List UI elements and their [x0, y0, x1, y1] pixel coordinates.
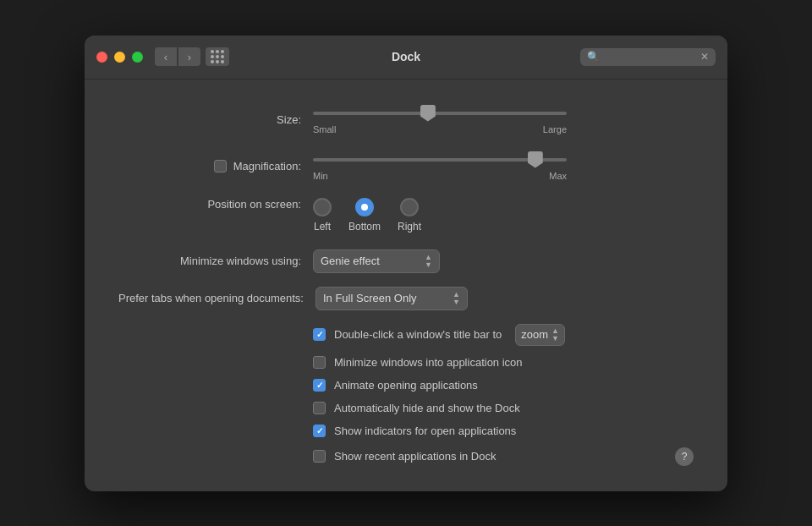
size-slider[interactable]: [313, 112, 567, 115]
show-indicators-checkbox[interactable]: [313, 425, 326, 437]
size-row: Size: Small Large: [118, 105, 694, 134]
grid-button[interactable]: [206, 47, 229, 66]
search-icon: 🔍: [587, 51, 600, 63]
double-click-checkbox[interactable]: [313, 328, 326, 341]
minimize-icon-text: Minimize windows into application icon: [334, 356, 523, 369]
minimize-icon-checkbox[interactable]: [313, 356, 326, 369]
zoom-dropdown-arrows: ▲▼: [551, 327, 559, 342]
close-button[interactable]: [96, 52, 107, 63]
show-indicators-row: Show indicators for open applications: [313, 425, 694, 437]
position-left-radio[interactable]: [313, 198, 332, 216]
position-left[interactable]: Left: [313, 198, 332, 233]
animate-text: Animate opening applications: [334, 379, 478, 392]
prefer-tabs-dropdown-arrows: ▲▼: [453, 291, 460, 306]
magnification-label: Magnification:: [233, 160, 301, 173]
show-recent-text: Show recent applications in Dock: [334, 450, 497, 463]
position-bottom-radio[interactable]: [355, 198, 374, 216]
maximize-button[interactable]: [132, 52, 143, 63]
size-min-label: Small: [313, 124, 337, 134]
animate-checkbox[interactable]: [313, 379, 326, 392]
prefer-tabs-label: Prefer tabs when opening documents:: [118, 292, 315, 304]
position-row: Position on screen: Left Bottom Right: [118, 198, 694, 233]
size-max-label: Large: [543, 124, 567, 134]
minimize-dropdown-value: Genie effect: [321, 255, 380, 267]
minimize-dropdown-arrows: ▲▼: [425, 254, 432, 269]
preferences-window: ‹ › Dock 🔍 ✕ Size: Sma: [85, 36, 727, 491]
show-recent-row: Show recent applications in Dock ?: [313, 447, 694, 466]
position-bottom-label: Bottom: [348, 221, 381, 233]
auto-hide-checkbox[interactable]: [313, 402, 326, 414]
forward-button[interactable]: ›: [178, 47, 200, 66]
auto-hide-text: Automatically hide and show the Dock: [334, 402, 520, 414]
show-recent-checkbox[interactable]: [313, 450, 326, 463]
minimize-icon-row: Minimize windows into application icon: [313, 356, 694, 369]
double-click-text: Double-click a window's title bar to: [334, 328, 502, 341]
double-click-row: Double-click a window's title bar to zoo…: [313, 324, 694, 346]
magnification-checkbox[interactable]: [214, 160, 227, 173]
position-label: Position on screen:: [118, 198, 313, 211]
size-label: Size:: [118, 113, 313, 126]
zoom-dropdown-value: zoom: [521, 328, 548, 341]
clear-search-icon[interactable]: ✕: [700, 51, 709, 63]
checkboxes-section: Double-click a window's title bar to zoo…: [313, 324, 694, 466]
size-slider-container: Small Large: [313, 105, 567, 134]
position-right-label: Right: [398, 221, 421, 233]
preferences-content: Size: Small Large Magnification:: [85, 79, 727, 491]
auto-hide-row: Automatically hide and show the Dock: [313, 402, 694, 414]
animate-row: Animate opening applications: [313, 379, 694, 392]
back-button[interactable]: ‹: [155, 47, 177, 66]
minimize-row: Minimize windows using: Genie effect ▲▼: [118, 249, 694, 273]
prefer-tabs-row: Prefer tabs when opening documents: In F…: [118, 287, 694, 310]
search-input[interactable]: [604, 51, 696, 63]
zoom-dropdown[interactable]: zoom ▲▼: [515, 324, 565, 346]
magnification-label-container: Magnification:: [118, 160, 313, 173]
show-indicators-text: Show indicators for open applications: [334, 425, 516, 437]
nav-buttons: ‹ ›: [155, 47, 200, 66]
window-title: Dock: [392, 50, 420, 63]
minimize-dropdown[interactable]: Genie effect ▲▼: [313, 249, 440, 273]
position-left-label: Left: [314, 221, 331, 233]
position-right[interactable]: Right: [398, 198, 421, 233]
position-radio-group: Left Bottom Right: [313, 198, 421, 233]
magnification-row: Magnification: Min Max: [118, 151, 694, 181]
search-box[interactable]: 🔍 ✕: [580, 48, 716, 66]
position-bottom[interactable]: Bottom: [348, 198, 381, 233]
titlebar: ‹ › Dock 🔍 ✕: [85, 36, 727, 79]
prefer-tabs-dropdown-value: In Full Screen Only: [323, 292, 417, 304]
position-right-radio[interactable]: [400, 198, 419, 216]
help-button[interactable]: ?: [675, 447, 694, 466]
minimize-button[interactable]: [114, 52, 125, 63]
traffic-lights: [96, 52, 143, 63]
prefer-tabs-dropdown[interactable]: In Full Screen Only ▲▼: [315, 287, 468, 310]
mag-min-label: Min: [313, 171, 328, 181]
mag-max-label: Max: [549, 171, 567, 181]
minimize-label: Minimize windows using:: [118, 255, 313, 267]
magnification-slider-container: Min Max: [313, 151, 567, 181]
magnification-slider[interactable]: [313, 158, 567, 162]
